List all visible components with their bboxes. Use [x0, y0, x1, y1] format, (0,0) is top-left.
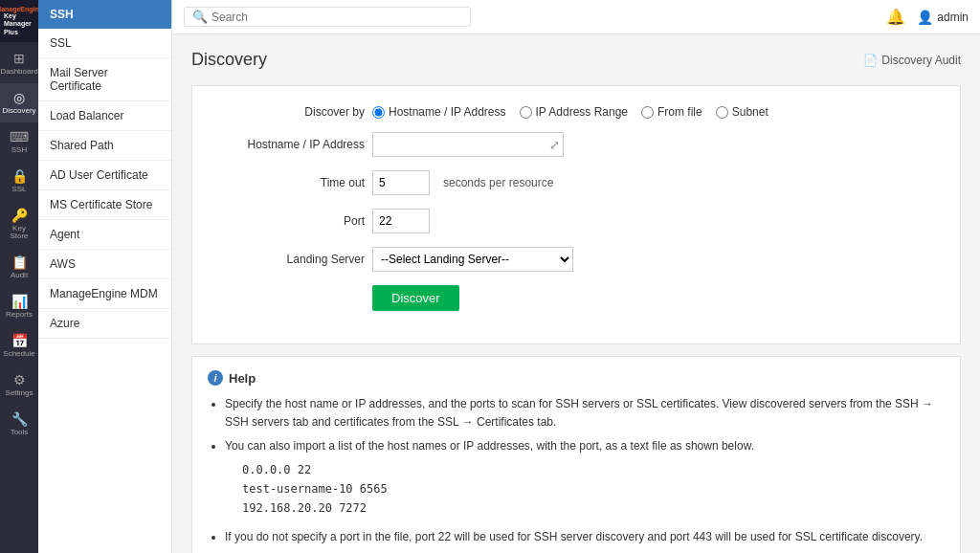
radio-subnet-input[interactable]: [716, 106, 728, 119]
settings-icon: ⚙: [13, 373, 26, 387]
sidebar-item-mail-server[interactable]: Mail Server Certificate: [38, 58, 171, 101]
content-area: Discovery 📄 Discovery Audit Discover by …: [172, 34, 980, 553]
help-list: Specify the host name or IP addresses, a…: [208, 395, 945, 553]
nav-item-tools[interactable]: 🔧 Tools: [0, 405, 38, 444]
radio-from-file[interactable]: From file: [641, 105, 702, 119]
hostname-input-wrapper: ⤢: [372, 132, 564, 157]
ssh-icon: ⌨: [10, 130, 29, 144]
sidebar-item-shared-path[interactable]: Shared Path: [38, 131, 171, 161]
help-item-1: Specify the host name or IP addresses, a…: [225, 395, 945, 431]
search-box[interactable]: 🔍: [184, 7, 471, 27]
radio-ip-range-input[interactable]: [520, 106, 532, 119]
radio-group: Hostname / IP Address IP Address Range F…: [372, 105, 768, 119]
brand-company: ManageEngine: [0, 6, 43, 12]
landing-server-label: Landing Server: [212, 253, 365, 266]
file-icon: 📄: [863, 54, 878, 67]
discovery-icon: ◎: [13, 91, 25, 104]
hostname-row: Hostname / IP Address ⤢: [212, 132, 941, 157]
radio-hostname-ip[interactable]: Hostname / IP Address: [372, 105, 506, 119]
help-header: i Help: [208, 370, 945, 386]
landing-server-select[interactable]: --Select Landing Server--: [372, 247, 573, 272]
tools-icon: 🔧: [11, 412, 28, 426]
help-icon: i: [208, 370, 223, 386]
help-item-2: You can also import a list of the host n…: [225, 437, 945, 521]
nav-label-reports: Reports: [6, 311, 33, 319]
help-code-1: 0.0.0.0 22test-username-10 6565192.168.2…: [225, 456, 945, 522]
dashboard-icon: ⊞: [13, 52, 25, 65]
nav-item-reports[interactable]: 📊 Reports: [0, 287, 38, 326]
landing-server-row: Landing Server --Select Landing Server--: [212, 247, 941, 272]
main-area: 🔍 🔔 👤 admin Discovery 📄 Discovery Audit …: [172, 0, 980, 553]
nav-label-schedule: Schedule: [3, 350, 34, 358]
reports-icon: 📊: [11, 295, 28, 308]
nav-label-audit: Audit: [11, 272, 28, 279]
nav-label-discovery: Discovery: [2, 107, 35, 115]
sidebar-item-ssl[interactable]: SSL: [38, 29, 171, 58]
nav-label-dashboard: Dashboard: [0, 68, 37, 76]
schedule-icon: 📅: [11, 334, 28, 347]
radio-ip-range-label: IP Address Range: [536, 105, 629, 119]
nav-item-ssl[interactable]: 🔒 SSL: [0, 162, 38, 201]
nav-label-ssl: SSL: [11, 186, 26, 193]
page-header: Discovery 📄 Discovery Audit: [191, 50, 961, 70]
port-input[interactable]: [372, 209, 430, 233]
nav-item-settings[interactable]: ⚙ Settings: [0, 365, 38, 405]
search-icon: 🔍: [192, 10, 208, 24]
discover-by-label: Discover by: [212, 105, 365, 119]
discover-button[interactable]: Discover: [372, 285, 459, 311]
help-panel: i Help Specify the host name or IP addre…: [191, 356, 961, 553]
second-sidebar-header: SSH: [38, 0, 171, 29]
timeout-input[interactable]: [372, 170, 430, 195]
timeout-label: Time out: [212, 176, 365, 189]
discovery-audit-link[interactable]: 📄 Discovery Audit: [863, 54, 961, 67]
help-header-label: Help: [229, 371, 256, 386]
port-row: Port: [212, 209, 941, 233]
radio-from-file-label: From file: [657, 105, 702, 119]
port-label: Port: [212, 214, 365, 228]
radio-hostname-ip-input[interactable]: [372, 106, 385, 119]
nav-item-keystore[interactable]: 🔑 Key Store: [0, 201, 38, 248]
keystore-icon: 🔑: [11, 209, 28, 222]
user-info: 👤 admin: [917, 10, 969, 25]
left-nav: ManageEngine Key Manager Plus ⊞ Dashboar…: [0, 0, 38, 553]
help-item-3: If you do not specify a port in the file…: [225, 528, 945, 546]
nav-label-ssh: SSH: [11, 146, 27, 154]
brand-logo: ManageEngine Key Manager Plus: [0, 0, 38, 42]
user-name: admin: [937, 11, 969, 24]
hostname-label: Hostname / IP Address: [212, 138, 365, 151]
radio-ip-range[interactable]: IP Address Range: [520, 105, 629, 119]
nav-item-ssh[interactable]: ⌨ SSH: [0, 122, 38, 162]
second-sidebar: SSH SSL Mail Server Certificate Load Bal…: [38, 0, 172, 553]
nav-item-schedule[interactable]: 📅 Schedule: [0, 326, 38, 365]
expand-icon: ⤢: [549, 138, 560, 152]
notification-icon[interactable]: 🔔: [886, 8, 905, 26]
nav-item-discovery[interactable]: ◎ Discovery: [0, 83, 38, 122]
sidebar-item-load-balancer[interactable]: Load Balancer: [38, 101, 171, 131]
search-input[interactable]: [212, 11, 462, 24]
radio-subnet[interactable]: Subnet: [716, 105, 768, 119]
audit-icon: 📋: [11, 255, 28, 269]
timeout-unit: seconds per resource: [443, 176, 553, 189]
nav-label-settings: Settings: [6, 389, 33, 397]
discover-by-row: Discover by Hostname / IP Address IP Add…: [212, 105, 941, 119]
ssl-icon: 🔒: [11, 169, 28, 183]
top-bar-right: 🔔 👤 admin: [886, 8, 969, 26]
user-icon: 👤: [917, 10, 933, 25]
radio-from-file-input[interactable]: [641, 106, 654, 119]
sidebar-item-mdm[interactable]: ManageEngine MDM: [38, 279, 171, 309]
discover-btn-row: Discover: [372, 285, 941, 311]
sidebar-item-azure[interactable]: Azure: [38, 309, 171, 339]
radio-subnet-label: Subnet: [732, 105, 768, 119]
nav-item-dashboard[interactable]: ⊞ Dashboard: [0, 44, 38, 83]
hostname-input[interactable]: [372, 132, 564, 157]
nav-label-tools: Tools: [11, 429, 29, 436]
timeout-row: Time out seconds per resource: [212, 170, 941, 195]
sidebar-item-ad-user[interactable]: AD User Certificate: [38, 161, 171, 190]
sidebar-item-aws[interactable]: AWS: [38, 250, 171, 279]
form-panel: Discover by Hostname / IP Address IP Add…: [191, 85, 961, 344]
sidebar-item-ms-cert[interactable]: MS Certificate Store: [38, 190, 171, 220]
sidebar-item-agent[interactable]: Agent: [38, 220, 171, 250]
nav-label-keystore: Key Store: [4, 225, 34, 240]
brand-product: Key Manager Plus: [4, 12, 34, 36]
nav-item-audit[interactable]: 📋 Audit: [0, 248, 38, 287]
